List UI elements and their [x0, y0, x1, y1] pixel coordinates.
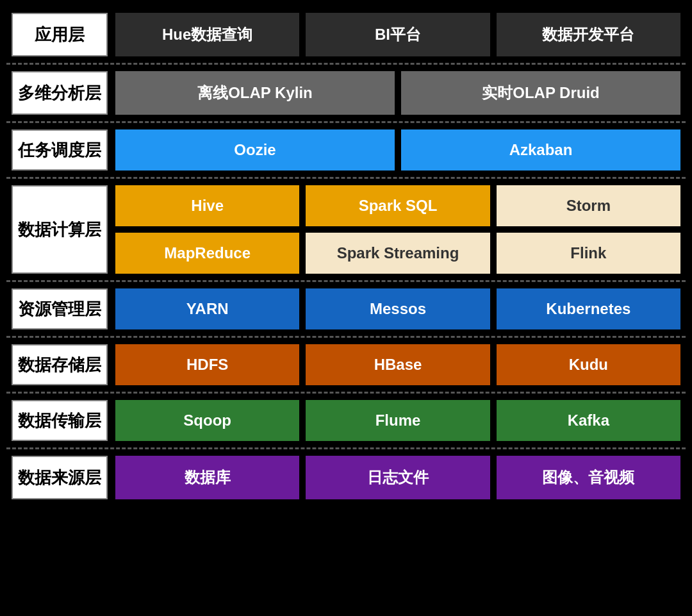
cell-oozie: Oozie — [115, 129, 395, 171]
cell-logfile: 日志文件 — [306, 456, 490, 499]
cell-devplatform: 数据开发平台 — [497, 13, 680, 56]
cell-messos: Messos — [306, 288, 490, 329]
cell-druid: 实时OLAP Druid — [401, 71, 680, 115]
cell-media: 图像、音视频 — [497, 456, 680, 499]
cell-kudu: Kudu — [497, 344, 680, 385]
row-olap: 多维分析层 离线OLAP Kylin 实时OLAP Druid — [6, 65, 686, 123]
label-storage: 数据存储层 — [12, 344, 108, 385]
cell-kafka: Kafka — [497, 400, 680, 441]
cell-sqoop: Sqoop — [115, 400, 299, 441]
cell-database: 数据库 — [115, 456, 299, 499]
cell-flink: Flink — [497, 233, 680, 274]
row-schedule: 任务调度层 Oozie Azkaban — [6, 123, 686, 179]
cell-mapreduce: MapReduce — [115, 233, 299, 274]
cells-resource: YARN Messos Kubernetes — [115, 288, 680, 329]
cell-kylin: 离线OLAP Kylin — [115, 71, 395, 115]
cell-storm: Storm — [497, 185, 680, 226]
label-source: 数据来源层 — [12, 456, 108, 499]
cell-kubernetes: Kubernetes — [497, 288, 680, 329]
cell-sparksql: Spark SQL — [306, 185, 490, 226]
row-app: 应用层 Hue数据查询 BI平台 数据开发平台 — [6, 6, 686, 65]
cell-flume: Flume — [306, 400, 490, 441]
cells-storage: HDFS HBase Kudu — [115, 344, 680, 385]
label-app: 应用层 — [12, 13, 108, 56]
row-transfer: 数据传输层 Sqoop Flume Kafka — [6, 394, 686, 449]
cell-yarn: YARN — [115, 288, 299, 329]
architecture-diagram: 应用层 Hue数据查询 BI平台 数据开发平台 多维分析层 离线OLAP Kyl… — [6, 6, 686, 506]
cells-transfer: Sqoop Flume Kafka — [115, 400, 680, 441]
cell-bi: BI平台 — [306, 13, 490, 56]
label-compute: 数据计算层 — [12, 185, 108, 274]
label-transfer: 数据传输层 — [12, 400, 108, 441]
cells-olap: 离线OLAP Kylin 实时OLAP Druid — [115, 71, 680, 115]
row-source: 数据来源层 数据库 日志文件 图像、音视频 — [6, 449, 686, 506]
cell-sparkstreaming: Spark Streaming — [306, 233, 490, 274]
cells-app: Hue数据查询 BI平台 数据开发平台 — [115, 13, 680, 56]
cell-hdfs: HDFS — [115, 344, 299, 385]
cells-source: 数据库 日志文件 图像、音视频 — [115, 456, 680, 499]
cells-schedule: Oozie Azkaban — [115, 129, 680, 171]
label-olap: 多维分析层 — [12, 71, 108, 115]
cell-hue: Hue数据查询 — [115, 13, 299, 56]
row-storage: 数据存储层 HDFS HBase Kudu — [6, 338, 686, 394]
row-compute: 数据计算层 Hive Spark SQL Storm MapReduce Spa… — [6, 179, 686, 282]
label-schedule: 任务调度层 — [12, 129, 108, 171]
cell-azkaban: Azkaban — [401, 129, 680, 171]
row-resource: 资源管理层 YARN Messos Kubernetes — [6, 282, 686, 338]
cell-hive: Hive — [115, 185, 299, 226]
label-resource: 资源管理层 — [12, 288, 108, 329]
cell-hbase: HBase — [306, 344, 490, 385]
